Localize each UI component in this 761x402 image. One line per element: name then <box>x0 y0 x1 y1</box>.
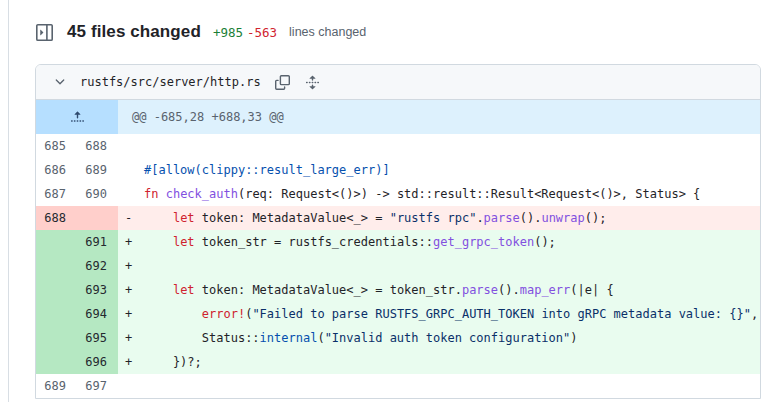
code-line: + error!("Failed to parse RUSTFS_GRPC_AU… <box>118 302 760 326</box>
diff-row: 693+ let token: MetadataValue<_> = token… <box>36 278 760 302</box>
new-line-number[interactable] <box>77 206 118 230</box>
old-line-number[interactable] <box>36 350 77 374</box>
diff-row: 689697 <box>36 374 760 398</box>
diff-marker <box>118 158 144 182</box>
diff-row: 694+ error!("Failed to parse RUSTFS_GRPC… <box>36 302 760 326</box>
code-token: (); <box>534 235 556 249</box>
code-token: get_grpc_token <box>433 235 534 249</box>
code-line: + <box>118 254 760 278</box>
diff-row: 688- let token: MetadataValue<_> = "rust… <box>36 206 760 230</box>
old-line-number[interactable] <box>36 326 77 350</box>
panel-divider <box>8 0 9 402</box>
expand-hunk-button[interactable] <box>36 100 118 134</box>
diff-row: 692+ <box>36 254 760 278</box>
code-token: token: MetadataValue<_> = token_str. <box>195 283 462 297</box>
code-line: fn check_auth(req: Request<()>) -> std::… <box>118 182 760 206</box>
code-token: let <box>173 211 195 225</box>
new-line-number[interactable]: 688 <box>77 134 118 158</box>
additions-count: +985 <box>213 25 243 40</box>
code-token: "Failed to parse RUSTFS_GRPC_AUTH_TOKEN … <box>252 307 751 321</box>
diff-marker <box>118 182 144 206</box>
code-token <box>158 187 165 201</box>
new-line-number[interactable]: 690 <box>77 182 118 206</box>
diff-marker: + <box>118 350 144 374</box>
code-token: (). <box>520 211 542 225</box>
old-line-number[interactable] <box>36 230 77 254</box>
code-token: internal <box>260 331 318 345</box>
new-line-number[interactable]: 691 <box>77 230 118 254</box>
diff-marker: + <box>118 254 144 278</box>
new-line-number[interactable]: 696 <box>77 350 118 374</box>
code-token: (|e| { <box>570 283 613 297</box>
collapse-file-button[interactable] <box>50 72 70 92</box>
old-line-number[interactable]: 687 <box>36 182 77 206</box>
hunk-header-text: @@ -685,28 +688,33 @@ <box>118 100 760 134</box>
code-token: ) <box>570 331 577 345</box>
new-line-number[interactable]: 692 <box>77 254 118 278</box>
expand-all-hunks-button[interactable] <box>303 72 323 92</box>
diff-marker: + <box>118 302 144 326</box>
old-line-number[interactable] <box>36 302 77 326</box>
diff-row: 686689 #[allow(clippy::result_large_err)… <box>36 158 760 182</box>
code-token <box>144 211 173 225</box>
code-token: check_auth <box>166 187 238 201</box>
code-token: Status:: <box>144 331 260 345</box>
code-token: parse <box>462 283 498 297</box>
diff-marker: + <box>118 230 144 254</box>
old-line-number[interactable]: 689 <box>36 374 77 398</box>
code-token: . <box>476 211 483 225</box>
code-token <box>144 235 173 249</box>
code-token: map_err <box>520 283 571 297</box>
copy-icon <box>275 75 290 90</box>
diff-marker: + <box>118 326 144 350</box>
code-token: , e); <box>751 307 760 321</box>
new-line-number[interactable]: 689 <box>77 158 118 182</box>
code-token: token_str = rustfs_credentials:: <box>195 235 433 249</box>
code-token <box>144 307 202 321</box>
old-line-number[interactable]: 685 <box>36 134 77 158</box>
diff-body: 685688 686689 #[allow(clippy::result_lar… <box>36 134 760 398</box>
diff-row: 691+ let token_str = rustfs_credentials:… <box>36 230 760 254</box>
code-token: unwrap <box>541 211 584 225</box>
diff-row: 687690 fn check_auth(req: Request<()>) -… <box>36 182 760 206</box>
code-token <box>144 283 173 297</box>
file-tree-toggle-button[interactable] <box>33 21 55 43</box>
new-line-number[interactable]: 693 <box>77 278 118 302</box>
diff-row: 685688 <box>36 134 760 158</box>
files-changed-header: 45 files changed +985 -563 lines changed <box>33 21 366 43</box>
lines-changed-label: lines changed <box>289 25 366 39</box>
diff-marker: - <box>118 206 144 230</box>
diff-row: 696+ })?; <box>36 350 760 374</box>
file-diff-container: rustfs/src/server/http.rs <box>35 64 761 399</box>
code-token: })?; <box>144 355 202 369</box>
old-line-number[interactable] <box>36 254 77 278</box>
copy-path-button[interactable] <box>273 72 293 92</box>
unfold-vertical-icon <box>305 75 320 90</box>
files-changed-title: 45 files changed <box>67 22 201 42</box>
code-line <box>118 134 760 158</box>
old-line-number[interactable] <box>36 278 77 302</box>
code-line: - let token: MetadataValue<_> = "rustfs … <box>118 206 760 230</box>
old-line-number[interactable]: 688 <box>36 206 77 230</box>
code-line: + })?; <box>118 350 760 374</box>
code-token: "Invalid auth token configuration" <box>325 331 571 345</box>
code-token: #[allow(clippy::result_large_err)] <box>144 163 390 177</box>
code-token: fn <box>144 187 158 201</box>
expand-up-icon <box>70 110 85 125</box>
file-path: rustfs/src/server/http.rs <box>80 75 261 89</box>
new-line-number[interactable]: 694 <box>77 302 118 326</box>
deletions-count: -563 <box>247 25 277 40</box>
code-token: error! <box>202 307 245 321</box>
code-line: + Status::internal("Invalid auth token c… <box>118 326 760 350</box>
new-line-number[interactable]: 697 <box>77 374 118 398</box>
new-line-number[interactable]: 695 <box>77 326 118 350</box>
code-token: parse <box>484 211 520 225</box>
file-header: rustfs/src/server/http.rs <box>36 65 760 100</box>
code-token: token: MetadataValue<_> = <box>195 211 390 225</box>
old-line-number[interactable]: 686 <box>36 158 77 182</box>
code-token: let <box>173 235 195 249</box>
code-token: ( <box>317 331 324 345</box>
diff-marker <box>118 374 144 398</box>
diff-marker: + <box>118 278 144 302</box>
code-token: "rustfs rpc" <box>390 211 477 225</box>
